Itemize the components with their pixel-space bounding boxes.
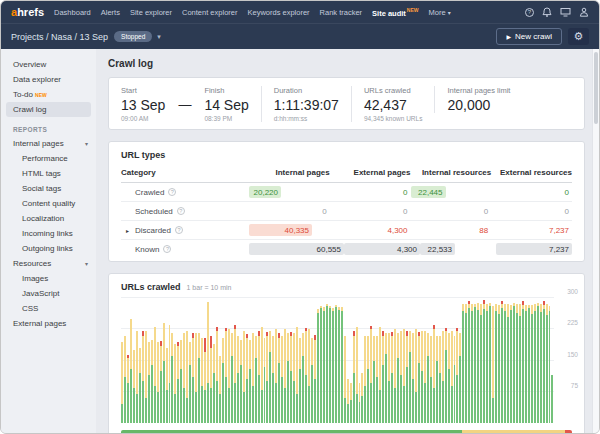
chart-bar — [373, 336, 375, 424]
new-crawl-button[interactable]: ▶ New crawl — [496, 28, 562, 45]
nav-item-rank-tracker[interactable]: Rank tracker — [320, 8, 363, 17]
chart-bar — [311, 338, 313, 423]
segment-y — [350, 383, 352, 400]
sidebar-item-javascript[interactable]: JavaScript — [1, 286, 96, 301]
value-cell: 40,335 — [249, 224, 330, 236]
segment-g — [379, 390, 381, 423]
sidebar-item-overview[interactable]: Overview — [1, 57, 96, 72]
segment-g — [192, 377, 194, 423]
sidebar-item-resources[interactable]: Resources▾ — [1, 256, 96, 271]
segment-g — [299, 369, 301, 423]
help-icon[interactable]: ? — [525, 8, 534, 17]
segment-g — [163, 361, 165, 424]
chart-header: URLs crawled 1 bar = 10 min — [109, 274, 584, 294]
info-icon[interactable]: ? — [163, 245, 171, 253]
crawl-stats-card: Start 13 Sep 09:00 AM — Finish 14 Sep 08… — [108, 77, 585, 130]
sidebar-item-social-tags[interactable]: Social tags — [1, 181, 96, 196]
y-axis-label: 150 — [567, 350, 578, 357]
sidebar-item-outgoing-links[interactable]: Outgoing links — [1, 241, 96, 256]
sidebar-item-incoming-links[interactable]: Incoming links — [1, 226, 96, 241]
segment-y — [433, 329, 435, 387]
expand-icon[interactable]: ▸ — [126, 227, 135, 234]
chevron-down-icon[interactable]: ▾ — [85, 260, 88, 267]
info-icon[interactable]: ? — [177, 207, 185, 215]
value-pill: 88 — [476, 224, 491, 236]
chart-bars — [121, 298, 554, 423]
notifications-icon[interactable] — [542, 7, 552, 17]
sidebar-item-html-tags[interactable]: HTML tags — [1, 166, 96, 181]
segment-y — [216, 331, 218, 381]
desktop-icon[interactable] — [560, 7, 571, 17]
segment-y — [519, 304, 521, 316]
segment-y — [136, 331, 138, 394]
category-cell[interactable]: Scheduled? — [121, 207, 249, 216]
segment-y — [486, 304, 488, 312]
segment-y — [166, 348, 168, 390]
chart-bar — [394, 329, 396, 423]
segment-g — [519, 316, 521, 424]
sidebar-item-data-explorer[interactable]: Data explorer — [1, 72, 96, 87]
chevron-down-icon[interactable]: ▾ — [85, 140, 88, 147]
segment-g — [121, 404, 123, 423]
scrollbar[interactable] — [592, 49, 599, 434]
nav-item-keywords-explorer[interactable]: Keywords explorer — [247, 8, 309, 17]
nav-item-dashboard[interactable]: Dashboard — [54, 8, 91, 17]
info-icon[interactable]: ? — [168, 188, 176, 196]
segment-g — [409, 352, 411, 423]
stat-label: URLs crawled — [364, 86, 423, 95]
category-cell[interactable]: Known? — [121, 245, 249, 254]
top-navbar: ahrefs DashboardAlertsSite explorerConte… — [1, 1, 599, 23]
chart-bar — [451, 331, 453, 423]
value-cell: 0 — [411, 205, 492, 217]
chart-bar — [198, 333, 200, 423]
chart-bar — [350, 383, 352, 423]
value-cell: 60,555 — [249, 243, 344, 255]
segment-g — [252, 386, 254, 424]
segment-g — [290, 371, 292, 423]
chart-bar — [133, 350, 135, 423]
value-pill: 0 — [319, 205, 329, 217]
chart-bar — [489, 303, 491, 423]
sidebar-item-to-do[interactable]: To-doNEW — [1, 87, 96, 102]
sidebar-item-external-pages[interactable]: External pages — [1, 316, 96, 331]
user-icon[interactable] — [579, 7, 589, 17]
chart-bar — [121, 342, 123, 423]
nav-item-content-explorer[interactable]: Content explorer — [182, 8, 237, 17]
table-row-crawled: Crawled?20,220022,4450 — [121, 183, 572, 202]
value-pill: 0 — [481, 205, 491, 217]
segment-y — [272, 336, 274, 374]
segment-g — [142, 381, 144, 423]
chart-bar — [264, 338, 266, 423]
sidebar-item-images[interactable]: Images — [1, 271, 96, 286]
ahrefs-logo[interactable]: ahrefs — [11, 6, 44, 18]
nav-item-site-explorer[interactable]: Site explorer — [130, 8, 172, 17]
segment-y — [311, 338, 313, 365]
value-pill: 0 — [562, 205, 572, 217]
sidebar-item-css[interactable]: CSS — [1, 301, 96, 316]
nav-item-site-audit[interactable]: Site auditNEW — [372, 7, 418, 18]
settings-button[interactable]: ⚙ — [568, 28, 589, 45]
segment-g — [367, 369, 369, 423]
segment-g — [269, 352, 271, 423]
segment-g — [145, 398, 147, 423]
sidebar-item-performance[interactable]: Performance — [1, 151, 96, 166]
breadcrumb[interactable]: Projects / Nasa / 13 Sep — [11, 32, 108, 42]
nav-item-alerts[interactable]: Alerts — [101, 8, 120, 17]
sidebar-item-localization[interactable]: Localization — [1, 211, 96, 226]
category-cell[interactable]: ▸Discarded? — [121, 226, 249, 235]
segment-y — [409, 331, 411, 352]
nav-item-more[interactable]: More▾ — [429, 8, 451, 17]
chevron-down-icon[interactable]: ▾ — [157, 33, 161, 41]
sidebar-item-crawl-log[interactable]: Crawl log — [6, 102, 91, 117]
chart-bar — [169, 325, 171, 423]
y-axis-label: 75 — [571, 381, 578, 388]
chart-bar — [448, 333, 450, 423]
sidebar-item-internal-pages[interactable]: Internal pages▾ — [1, 136, 96, 151]
category-cell[interactable]: Crawled? — [121, 188, 249, 197]
chart-bar — [228, 329, 230, 423]
sidebar-item-content-quality[interactable]: Content quality — [1, 196, 96, 211]
scrollbar-thumb[interactable] — [594, 52, 598, 124]
segment-y — [207, 302, 209, 383]
chart-bar — [492, 306, 494, 423]
info-icon[interactable]: ? — [175, 226, 183, 234]
